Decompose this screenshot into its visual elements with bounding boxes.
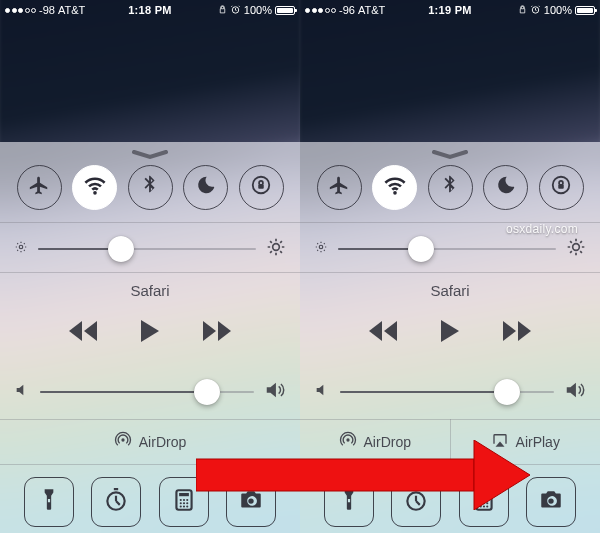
play-button[interactable] <box>141 320 159 342</box>
control-center: Safari AirDrop AirPlay <box>300 142 600 533</box>
timer-shortcut[interactable] <box>391 477 441 527</box>
dnd-toggle[interactable] <box>183 165 228 210</box>
svg-point-15 <box>183 499 185 501</box>
slider-thumb[interactable] <box>194 379 220 405</box>
calculator-shortcut[interactable] <box>159 477 209 527</box>
now-playing-title: Safari <box>0 282 300 299</box>
svg-point-22 <box>186 505 188 507</box>
airplay-button[interactable]: AirPlay <box>450 419 601 464</box>
dnd-icon <box>195 174 217 200</box>
clock: 1:19 PM <box>300 4 600 16</box>
svg-marker-9 <box>218 321 231 341</box>
now-playing-title: Safari <box>300 282 600 299</box>
svg-rect-13 <box>179 493 189 496</box>
toggle-row <box>0 157 300 217</box>
forward-button[interactable] <box>203 321 231 341</box>
rotation-lock-toggle[interactable] <box>539 165 584 210</box>
svg-marker-28 <box>369 321 382 341</box>
volume-row <box>0 372 300 412</box>
slider[interactable] <box>38 238 256 260</box>
camera-shortcut[interactable] <box>226 477 276 527</box>
volume-high-icon <box>264 379 286 405</box>
svg-marker-29 <box>384 321 397 341</box>
slider-thumb[interactable] <box>108 236 134 262</box>
flashlight-shortcut[interactable] <box>324 477 374 527</box>
airplane-toggle[interactable] <box>17 165 62 210</box>
svg-point-27 <box>573 244 580 251</box>
slider[interactable] <box>338 238 556 260</box>
svg-marker-34 <box>495 442 504 447</box>
svg-point-44 <box>479 505 481 507</box>
wifi-toggle[interactable] <box>72 165 117 210</box>
status-bar: -98 AT&T 1:18 PM 100% <box>0 0 300 20</box>
svg-point-45 <box>483 505 485 507</box>
airdrop-label: AirDrop <box>139 434 186 450</box>
wifi-toggle[interactable] <box>372 165 417 210</box>
slider[interactable] <box>340 381 554 403</box>
svg-marker-30 <box>441 320 459 342</box>
battery-icon <box>575 6 595 15</box>
rotation-lock-icon <box>250 174 272 200</box>
calculator-icon <box>171 487 197 517</box>
airdrop-button[interactable]: AirDrop <box>300 419 450 464</box>
rewind-button[interactable] <box>369 321 397 341</box>
dnd-toggle[interactable] <box>483 165 528 210</box>
feature-row: AirDrop <box>0 419 300 464</box>
brightness-high-icon <box>566 237 586 261</box>
media-controls <box>300 320 600 342</box>
airplane-toggle[interactable] <box>317 165 362 210</box>
svg-point-19 <box>186 502 188 504</box>
flashlight-icon <box>36 487 62 517</box>
brightness-low-icon <box>314 240 328 258</box>
brightness-high-icon <box>266 237 286 261</box>
airplay-icon <box>491 431 509 452</box>
timer-icon <box>403 487 429 517</box>
camera-shortcut[interactable] <box>526 477 576 527</box>
wifi-icon <box>384 174 406 200</box>
svg-point-46 <box>486 505 488 507</box>
svg-marker-31 <box>503 321 516 341</box>
svg-point-38 <box>479 499 481 501</box>
svg-point-26 <box>319 245 323 249</box>
svg-point-17 <box>179 502 181 504</box>
svg-point-39 <box>483 499 485 501</box>
phone-screenshot-2: -96 AT&T 1:19 PM 100% <box>300 0 600 533</box>
svg-point-33 <box>346 438 349 441</box>
svg-point-14 <box>179 499 181 501</box>
svg-point-20 <box>179 505 181 507</box>
rotation-lock-toggle[interactable] <box>239 165 284 210</box>
app-shortcut-row <box>300 472 600 532</box>
play-button[interactable] <box>441 320 459 342</box>
slider[interactable] <box>40 381 254 403</box>
forward-button[interactable] <box>503 321 531 341</box>
bluetooth-icon <box>439 174 461 200</box>
svg-rect-2 <box>258 184 264 189</box>
svg-marker-8 <box>203 321 216 341</box>
timer-shortcut[interactable] <box>91 477 141 527</box>
bluetooth-toggle[interactable] <box>428 165 473 210</box>
wifi-icon <box>84 174 106 200</box>
svg-point-40 <box>486 499 488 501</box>
phone-screenshot-1: -98 AT&T 1:18 PM 100% <box>0 0 300 533</box>
control-center: Safari AirDrop <box>0 142 300 533</box>
calculator-shortcut[interactable] <box>459 477 509 527</box>
svg-point-43 <box>486 502 488 504</box>
svg-marker-7 <box>141 320 159 342</box>
brightness-row <box>0 230 300 268</box>
svg-point-3 <box>19 245 23 249</box>
slider-thumb[interactable] <box>494 379 520 405</box>
toggle-row <box>300 157 600 217</box>
svg-point-16 <box>186 499 188 501</box>
timer-icon <box>103 487 129 517</box>
airdrop-button[interactable]: AirDrop <box>0 419 300 464</box>
flashlight-shortcut[interactable] <box>24 477 74 527</box>
airplane-icon <box>28 174 50 200</box>
bluetooth-toggle[interactable] <box>128 165 173 210</box>
svg-marker-5 <box>69 321 82 341</box>
svg-point-18 <box>183 502 185 504</box>
airplay-label: AirPlay <box>516 434 560 450</box>
volume-high-icon <box>564 379 586 405</box>
rewind-button[interactable] <box>69 321 97 341</box>
svg-point-42 <box>483 502 485 504</box>
slider-thumb[interactable] <box>408 236 434 262</box>
